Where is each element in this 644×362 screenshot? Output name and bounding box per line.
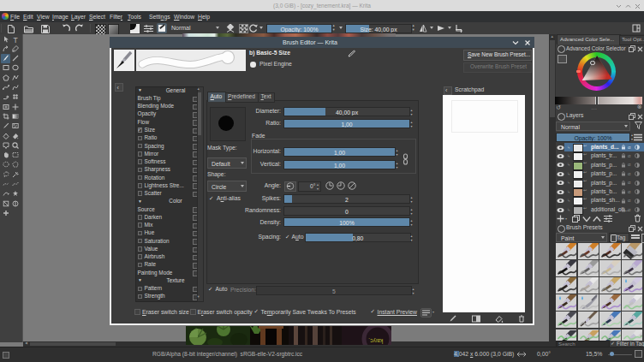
svg-text:T: T [14,36,18,43]
svg-text:ˊɔʎıɐʞ: ˊɔʎıɐʞ [368,337,383,344]
